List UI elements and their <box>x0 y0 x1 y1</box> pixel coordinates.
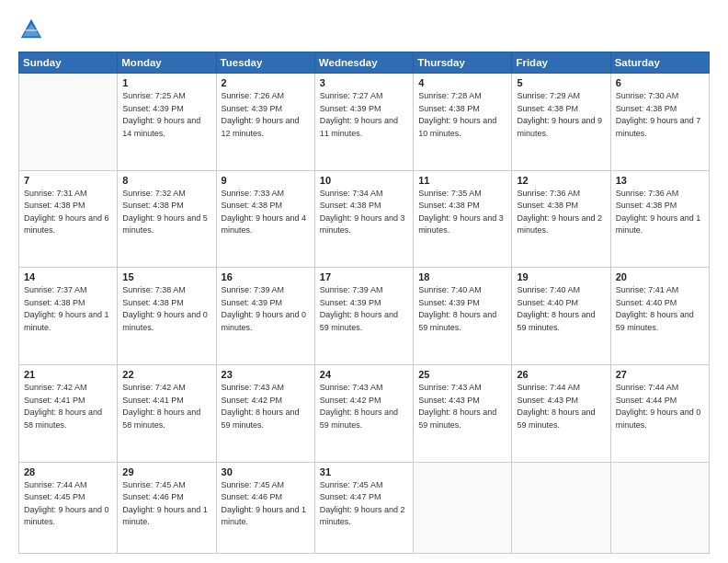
sunrise-time: Sunrise: 7:43 AM <box>418 383 482 392</box>
sunrise-time: Sunrise: 7:36 AM <box>517 189 580 198</box>
daylight-hours: Daylight: 9 hours and 12 minutes. <box>222 116 300 138</box>
daylight-hours: Daylight: 8 hours and 58 minutes. <box>24 408 102 430</box>
sunset-time: Sunset: 4:46 PM <box>122 492 184 501</box>
day-number: 24 <box>320 369 408 380</box>
sunset-time: Sunset: 4:38 PM <box>517 104 578 113</box>
day-number: 20 <box>616 271 704 282</box>
sunrise-time: Sunrise: 7:45 AM <box>122 480 186 489</box>
day-number: 13 <box>616 175 704 186</box>
svg-rect-2 <box>25 29 37 31</box>
day-info: Sunrise: 7:39 AM Sunset: 4:39 PM Dayligh… <box>222 284 310 334</box>
day-number: 4 <box>418 77 506 88</box>
logo-icon <box>18 17 44 42</box>
day-info: Sunrise: 7:26 AM Sunset: 4:39 PM Dayligh… <box>222 90 310 140</box>
daylight-hours: Daylight: 9 hours and 1 minute. <box>616 213 701 236</box>
calendar-cell: 9 Sunrise: 7:33 AM Sunset: 4:38 PM Dayli… <box>216 170 314 268</box>
calendar-week-row: 1 Sunrise: 7:25 AM Sunset: 4:39 PM Dayli… <box>19 74 710 171</box>
day-number: 22 <box>122 369 210 380</box>
calendar-week-row: 14 Sunrise: 7:37 AM Sunset: 4:38 PM Dayl… <box>19 268 710 365</box>
sunrise-time: Sunrise: 7:33 AM <box>222 189 285 198</box>
daylight-hours: Daylight: 9 hours and 3 minutes. <box>418 213 504 236</box>
sunrise-time: Sunrise: 7:31 AM <box>24 189 87 198</box>
calendar-cell: 19 Sunrise: 7:40 AM Sunset: 4:40 PM Dayl… <box>512 268 610 365</box>
day-info: Sunrise: 7:45 AM Sunset: 4:46 PM Dayligh… <box>222 479 310 529</box>
calendar-cell: 30 Sunrise: 7:45 AM Sunset: 4:46 PM Dayl… <box>216 462 314 553</box>
page: SundayMondayTuesdayWednesdayThursdayFrid… <box>0 0 728 563</box>
sunset-time: Sunset: 4:38 PM <box>24 298 85 307</box>
daylight-hours: Daylight: 8 hours and 59 minutes. <box>517 408 595 430</box>
daylight-hours: Daylight: 9 hours and 11 minutes. <box>320 116 398 138</box>
calendar-cell <box>414 462 512 553</box>
calendar-cell: 31 Sunrise: 7:45 AM Sunset: 4:47 PM Dayl… <box>314 462 413 553</box>
sunrise-time: Sunrise: 7:45 AM <box>320 480 383 489</box>
day-info: Sunrise: 7:42 AM Sunset: 4:41 PM Dayligh… <box>24 382 112 431</box>
sunrise-time: Sunrise: 7:25 AM <box>122 91 186 100</box>
sunset-time: Sunset: 4:40 PM <box>517 298 578 307</box>
sunrise-time: Sunrise: 7:36 AM <box>616 189 679 198</box>
sunrise-time: Sunrise: 7:30 AM <box>616 91 679 100</box>
calendar-header-row: SundayMondayTuesdayWednesdayThursdayFrid… <box>19 52 710 74</box>
day-number: 10 <box>320 175 408 186</box>
sunset-time: Sunset: 4:42 PM <box>222 396 283 405</box>
sunrise-time: Sunrise: 7:39 AM <box>320 285 383 294</box>
daylight-hours: Daylight: 9 hours and 2 minutes. <box>517 213 602 236</box>
weekday-header: Wednesday <box>314 52 413 74</box>
daylight-hours: Daylight: 9 hours and 6 minutes. <box>24 213 109 236</box>
day-number: 7 <box>24 175 112 186</box>
calendar-cell: 4 Sunrise: 7:28 AM Sunset: 4:38 PM Dayli… <box>414 74 512 171</box>
calendar-cell <box>512 462 610 553</box>
day-info: Sunrise: 7:43 AM Sunset: 4:42 PM Dayligh… <box>320 382 408 431</box>
day-info: Sunrise: 7:31 AM Sunset: 4:38 PM Dayligh… <box>24 188 112 237</box>
day-number: 9 <box>222 175 310 186</box>
day-number: 11 <box>418 175 506 186</box>
header <box>18 17 710 42</box>
sunset-time: Sunset: 4:38 PM <box>24 201 85 210</box>
sunrise-time: Sunrise: 7:29 AM <box>517 91 580 100</box>
daylight-hours: Daylight: 9 hours and 0 minutes. <box>222 310 307 332</box>
calendar-cell: 1 Sunrise: 7:25 AM Sunset: 4:39 PM Dayli… <box>118 74 216 171</box>
sunrise-time: Sunrise: 7:45 AM <box>222 480 285 489</box>
sunset-time: Sunset: 4:38 PM <box>517 201 578 210</box>
day-info: Sunrise: 7:44 AM Sunset: 4:43 PM Dayligh… <box>517 382 605 431</box>
sunrise-time: Sunrise: 7:37 AM <box>24 285 87 294</box>
calendar-week-row: 7 Sunrise: 7:31 AM Sunset: 4:38 PM Dayli… <box>19 170 710 268</box>
weekday-header: Sunday <box>19 52 118 74</box>
calendar-cell: 21 Sunrise: 7:42 AM Sunset: 4:41 PM Dayl… <box>19 365 118 463</box>
sunset-time: Sunset: 4:47 PM <box>320 492 381 501</box>
calendar-cell: 22 Sunrise: 7:42 AM Sunset: 4:41 PM Dayl… <box>118 365 216 463</box>
weekday-header: Thursday <box>414 52 512 74</box>
calendar-cell: 12 Sunrise: 7:36 AM Sunset: 4:38 PM Dayl… <box>512 170 610 268</box>
sunset-time: Sunset: 4:38 PM <box>418 104 480 113</box>
calendar-cell <box>610 462 709 553</box>
day-info: Sunrise: 7:44 AM Sunset: 4:44 PM Dayligh… <box>616 382 704 431</box>
day-number: 28 <box>24 466 112 477</box>
day-info: Sunrise: 7:45 AM Sunset: 4:46 PM Dayligh… <box>122 479 210 529</box>
sunset-time: Sunset: 4:38 PM <box>418 201 480 210</box>
sunset-time: Sunset: 4:42 PM <box>320 396 381 405</box>
daylight-hours: Daylight: 9 hours and 0 minutes. <box>24 505 109 527</box>
day-number: 1 <box>122 77 210 88</box>
day-number: 8 <box>122 175 210 186</box>
day-number: 19 <box>517 271 605 282</box>
daylight-hours: Daylight: 8 hours and 58 minutes. <box>122 408 200 430</box>
sunset-time: Sunset: 4:39 PM <box>418 298 480 307</box>
calendar-cell: 6 Sunrise: 7:30 AM Sunset: 4:38 PM Dayli… <box>610 74 709 171</box>
sunset-time: Sunset: 4:39 PM <box>320 298 381 307</box>
calendar-cell: 15 Sunrise: 7:38 AM Sunset: 4:38 PM Dayl… <box>118 268 216 365</box>
day-number: 12 <box>517 175 605 186</box>
sunset-time: Sunset: 4:38 PM <box>616 201 677 210</box>
day-number: 14 <box>24 271 112 282</box>
calendar-cell: 11 Sunrise: 7:35 AM Sunset: 4:38 PM Dayl… <box>414 170 512 268</box>
sunset-time: Sunset: 4:38 PM <box>222 201 283 210</box>
sunrise-time: Sunrise: 7:43 AM <box>320 383 383 392</box>
day-info: Sunrise: 7:33 AM Sunset: 4:38 PM Dayligh… <box>222 188 310 237</box>
day-info: Sunrise: 7:41 AM Sunset: 4:40 PM Dayligh… <box>616 284 704 334</box>
day-info: Sunrise: 7:37 AM Sunset: 4:38 PM Dayligh… <box>24 284 112 334</box>
calendar-cell: 17 Sunrise: 7:39 AM Sunset: 4:39 PM Dayl… <box>314 268 413 365</box>
sunrise-time: Sunrise: 7:40 AM <box>418 285 482 294</box>
sunrise-time: Sunrise: 7:34 AM <box>320 189 383 198</box>
daylight-hours: Daylight: 9 hours and 2 minutes. <box>320 505 405 527</box>
calendar-cell: 14 Sunrise: 7:37 AM Sunset: 4:38 PM Dayl… <box>19 268 118 365</box>
sunset-time: Sunset: 4:43 PM <box>418 396 480 405</box>
daylight-hours: Daylight: 9 hours and 4 minutes. <box>222 213 307 236</box>
